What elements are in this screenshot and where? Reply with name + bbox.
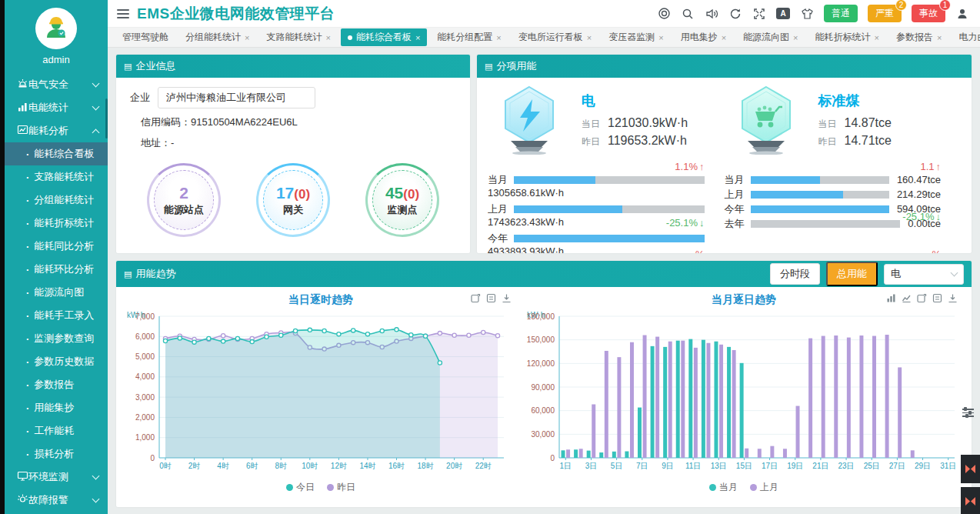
shirt-icon[interactable]: [800, 7, 814, 21]
volume-icon[interactable]: [705, 7, 718, 21]
avatar[interactable]: [35, 8, 77, 49]
fullscreen-icon[interactable]: [752, 7, 766, 21]
alarm-pill-0[interactable]: 普通: [824, 5, 858, 22]
sidebar-item-参数历史数据[interactable]: 参数历史数据: [5, 350, 108, 373]
sidebar-item-能源流向图[interactable]: 能源流向图: [5, 281, 108, 304]
pct-month-over-month: -25.1%: [666, 217, 705, 229]
alarm-pill-1[interactable]: 严重2: [868, 5, 902, 22]
svg-text:6时: 6时: [246, 462, 258, 470]
tab-能源流向图[interactable]: 能源流向图: [736, 28, 805, 46]
close-icon[interactable]: [415, 33, 420, 42]
worker-avatar-icon: [42, 15, 70, 42]
tab-参数报告[interactable]: 参数报告: [889, 28, 948, 46]
energy-type-select[interactable]: 电: [884, 264, 964, 285]
collapse-arrows-button[interactable]: [961, 455, 980, 483]
dataview-icon[interactable]: [486, 293, 496, 305]
legend-label: 今日: [296, 481, 315, 494]
sidebar-item-能耗环比分析[interactable]: 能耗环比分析: [5, 258, 108, 281]
tab-管理驾驶舱[interactable]: 管理驾驶舱: [115, 28, 175, 46]
close-icon[interactable]: [245, 33, 249, 42]
sidebar-item-能耗折标统计[interactable]: 能耗折标统计: [5, 212, 108, 235]
legend-item-昨日[interactable]: 昨日: [327, 481, 355, 494]
close-icon[interactable]: [793, 33, 798, 42]
search-icon[interactable]: [681, 7, 695, 21]
svg-text:0时: 0时: [159, 462, 172, 470]
tab-能耗综合看板[interactable]: 能耗综合看板: [341, 28, 427, 46]
tab-支路能耗统计[interactable]: 支路能耗统计: [259, 28, 337, 46]
sidebar-group-能耗分析[interactable]: 能耗分析: [5, 119, 108, 142]
svg-text:30,000: 30,000: [531, 430, 555, 439]
sidebar-item-损耗分析[interactable]: 损耗分析: [5, 442, 108, 466]
tab-电力曲线记录[interactable]: 电力曲线记录: [952, 28, 980, 46]
sidebar-item-label: 分组能耗统计: [34, 193, 94, 207]
close-icon[interactable]: [722, 33, 726, 42]
legend-label: 当月: [719, 481, 738, 494]
legend-item-当月[interactable]: 当月: [709, 481, 738, 494]
close-icon[interactable]: [937, 33, 942, 42]
sidebar-item-分组能耗统计[interactable]: 分组能耗统计: [5, 189, 108, 212]
svg-text:23日: 23日: [838, 462, 855, 470]
close-icon[interactable]: [587, 33, 592, 42]
svg-text:29日: 29日: [915, 462, 931, 470]
trend-panel-header: ▤ 用能趋势 分时段 总用能 电: [116, 261, 972, 287]
hamburger-icon[interactable]: [117, 7, 129, 21]
sidebar-item-能耗综合看板[interactable]: 能耗综合看板: [5, 142, 108, 165]
restore-icon[interactable]: [917, 293, 927, 305]
font-size-icon[interactable]: A: [776, 8, 790, 19]
sidebar-item-能耗手工录入[interactable]: 能耗手工录入: [5, 304, 108, 327]
sidebar-item-参数报告[interactable]: 参数报告: [5, 373, 108, 396]
breakdown-panel-header: ▤ 分项用能: [477, 55, 972, 78]
siren-icon: [17, 78, 28, 92]
line-chart-icon[interactable]: [902, 293, 912, 305]
sidebar-group-电气安全[interactable]: 电气安全: [5, 73, 108, 96]
sidebar-item-能耗同比分析[interactable]: 能耗同比分析: [5, 235, 108, 258]
chart-canvas: kW·h01,0002,0003,0004,0005,0006,0007,000…: [121, 309, 515, 476]
user-icon[interactable]: [955, 7, 969, 21]
sidebar-item-工作能耗[interactable]: 工作能耗: [5, 419, 108, 442]
company-input[interactable]: 泸州中海粮油工业有限公司: [158, 87, 315, 108]
sidebar-item-支路能耗统计[interactable]: 支路能耗统计: [5, 165, 108, 189]
dataview-icon[interactable]: [932, 293, 942, 305]
download-icon[interactable]: [948, 293, 958, 305]
period-button[interactable]: 分时段: [770, 263, 820, 285]
svg-text:27日: 27日: [889, 462, 905, 470]
tab-用电集抄[interactable]: 用电集抄: [674, 28, 733, 46]
energy-kv-label: 昨日: [818, 135, 845, 149]
refresh-icon[interactable]: [728, 7, 742, 21]
alarm-count-badge: 1: [939, 0, 951, 11]
restore-icon[interactable]: [471, 293, 481, 305]
energy-kv-label: 当日: [818, 118, 845, 131]
energy-row-bar: [751, 191, 889, 199]
legend-item-今日[interactable]: 今日: [286, 481, 315, 494]
sidebar-group-电能统计[interactable]: 电能统计: [5, 96, 108, 119]
close-icon[interactable]: [658, 33, 663, 42]
sidebar-group-环境监测[interactable]: 环境监测: [5, 466, 108, 489]
chevron-down-icon: [92, 80, 100, 88]
energy-row-value: 160.47tce: [897, 174, 941, 185]
sidebar-item-label: 工作能耗: [34, 424, 74, 438]
bar-chart-icon[interactable]: [886, 293, 896, 305]
filter-handle-icon[interactable]: [962, 406, 974, 419]
sidebar-group-故障报警[interactable]: 故障报警: [5, 489, 108, 512]
tab-能耗折标统计[interactable]: 能耗折标统计: [808, 28, 886, 46]
tab-变压器监测[interactable]: 变压器监测: [602, 28, 670, 46]
close-icon[interactable]: [875, 33, 879, 42]
svg-text:90,000: 90,000: [531, 383, 555, 392]
target-icon[interactable]: [657, 7, 671, 21]
close-icon[interactable]: [496, 33, 501, 42]
tab-分组能耗统计[interactable]: 分组能耗统计: [178, 28, 256, 46]
close-icon[interactable]: [325, 33, 330, 42]
tab-label: 能源流向图: [743, 31, 789, 44]
total-energy-button[interactable]: 总用能: [826, 262, 878, 286]
tab-能耗分组配置[interactable]: 能耗分组配置: [430, 28, 508, 46]
sidebar-item-用能集抄[interactable]: 用能集抄: [5, 396, 108, 419]
energy-row-bar: [514, 205, 705, 213]
collapse-arrows-button[interactable]: [961, 487, 980, 514]
tab-变电所运行看板[interactable]: 变电所运行看板: [512, 28, 598, 46]
alarm-pill-2[interactable]: 事故1: [912, 5, 945, 22]
legend-item-上月[interactable]: 上月: [750, 481, 778, 494]
svg-text:10时: 10时: [302, 462, 318, 470]
download-icon[interactable]: [502, 293, 512, 305]
sidebar-item-label: 监测参数查询: [34, 332, 94, 345]
sidebar-item-监测参数查询[interactable]: 监测参数查询: [5, 327, 108, 350]
